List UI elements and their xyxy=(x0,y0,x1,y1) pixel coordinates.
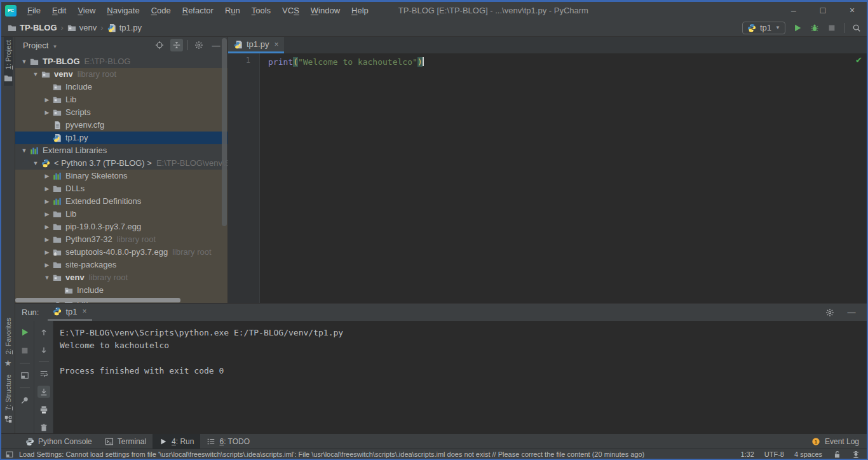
tree-row[interactable]: ▶pip-19.0.3-py3.7.egg xyxy=(15,220,227,233)
menu-window[interactable]: Window xyxy=(305,2,346,19)
chevron-right-icon[interactable]: ▶ xyxy=(42,246,52,259)
menu-help[interactable]: Help xyxy=(346,2,374,19)
hide-panel-button[interactable]: — xyxy=(210,39,222,51)
indent-setting[interactable]: 4 spaces xyxy=(794,450,822,458)
rerun-button[interactable] xyxy=(18,326,31,339)
inspections-ok-icon[interactable]: ✔ xyxy=(855,55,862,65)
editor-gutter: 1 xyxy=(228,53,260,303)
maximize-button[interactable]: □ xyxy=(808,2,837,19)
menu-file[interactable]: File xyxy=(22,2,46,19)
run-tab-tp1[interactable]: tp1 × xyxy=(48,304,92,321)
chevron-down-icon[interactable]: ▼ xyxy=(31,68,41,81)
menu-vcs[interactable]: VCS xyxy=(276,2,305,19)
tree-row[interactable]: tp1.py xyxy=(15,132,227,144)
chevron-right-icon[interactable]: ▶ xyxy=(42,182,52,195)
tree-row[interactable]: Include xyxy=(15,81,227,93)
up-stacktrace-button[interactable] xyxy=(37,326,50,338)
restore-layout-button[interactable] xyxy=(18,369,31,382)
stop-button[interactable] xyxy=(827,23,837,33)
menu-code[interactable]: Code xyxy=(146,2,177,19)
tree-row[interactable]: ▶Extended Definitions xyxy=(15,195,227,208)
search-icon[interactable] xyxy=(851,23,862,33)
inspections-profile-icon[interactable] xyxy=(851,450,860,459)
menu-edit[interactable]: Edit xyxy=(46,2,72,19)
locate-file-button[interactable] xyxy=(153,39,166,51)
hide-panel-button[interactable]: — xyxy=(845,306,858,319)
code-area[interactable]: print("Welcome to kachoutelco") xyxy=(260,53,867,303)
toolwindow-button----todo[interactable]: 6: TODO xyxy=(200,434,256,449)
chevron-down-icon[interactable]: ▼ xyxy=(19,144,29,157)
chevron-right-icon[interactable]: ▶ xyxy=(42,208,52,220)
toolwindow-button-project[interactable]: 1: Project xyxy=(4,37,13,86)
tree-row[interactable]: ▶Lib xyxy=(15,208,227,220)
chevron-down-icon[interactable]: ▼ xyxy=(19,55,29,68)
close-icon[interactable]: × xyxy=(83,307,87,316)
toolbar-divider xyxy=(187,40,188,50)
tree-row[interactable]: ▶site-packages xyxy=(15,259,227,271)
menu-refactor[interactable]: Refactor xyxy=(177,2,219,19)
toolwindow-button-terminal[interactable]: Terminal xyxy=(98,434,153,449)
tree-row[interactable]: ▶Lib xyxy=(15,93,227,106)
run-button[interactable] xyxy=(792,23,803,33)
menu-navigate[interactable]: Navigate xyxy=(101,2,145,19)
chevron-right-icon[interactable]: ▶ xyxy=(42,233,52,246)
chevron-right-icon[interactable]: ▶ xyxy=(42,195,52,208)
tree-row[interactable]: Include xyxy=(15,284,227,297)
toolwindow-toggle-icon[interactable] xyxy=(5,450,14,459)
tree-row[interactable]: pyvenv.cfg xyxy=(15,119,227,132)
status-message[interactable]: Load Settings: Cannot load settings from… xyxy=(19,450,733,458)
minimize-button[interactable]: – xyxy=(779,2,808,19)
tree-row[interactable]: ▶Binary Skeletons xyxy=(15,170,227,182)
chevron-right-icon[interactable]: ▶ xyxy=(42,106,52,119)
tree-row[interactable]: ▶Python37-32library root xyxy=(15,233,227,246)
event-log-button[interactable]: 1 Event Log xyxy=(811,434,867,449)
tree-row[interactable]: ▼< Python 3.7 (TP-BLOG) >E:\TP-BLOG\venv… xyxy=(15,157,227,170)
tree-row[interactable]: ▼venvlibrary root xyxy=(15,68,227,81)
run-configuration-select[interactable]: tp1 ▼ xyxy=(742,22,785,34)
breadcrumb-item-venv[interactable]: venv xyxy=(67,23,97,32)
close-icon[interactable]: × xyxy=(274,40,278,49)
tree-row[interactable]: ▼venvlibrary root xyxy=(15,271,227,284)
project-panel-title[interactable]: Project▼ xyxy=(23,41,57,50)
menu-view[interactable]: View xyxy=(72,2,101,19)
down-stacktrace-button[interactable] xyxy=(37,344,50,356)
menu-tools[interactable]: Tools xyxy=(246,2,276,19)
tree-row[interactable]: ▶Scripts xyxy=(15,106,227,119)
tree-row[interactable]: ▶setuptools-40.8.0-py3.7.egglibrary root xyxy=(15,246,227,259)
tree-row[interactable]: ▶DLLs xyxy=(15,182,227,195)
editor-tab-tp1[interactable]: tp1.py × xyxy=(228,37,284,53)
toolwindow-button----run[interactable]: 4: Run xyxy=(153,434,200,449)
chevron-right-icon[interactable]: ▶ xyxy=(42,170,52,182)
caret-position[interactable]: 1:32 xyxy=(740,450,754,458)
debug-button[interactable] xyxy=(810,23,820,33)
clear-console-button[interactable] xyxy=(37,421,50,433)
pin-tab-button[interactable] xyxy=(18,394,31,407)
tree-vertical-scrollbar[interactable] xyxy=(222,38,227,226)
menu-run[interactable]: Run xyxy=(219,2,246,19)
gear-icon[interactable] xyxy=(824,306,836,319)
chevron-down-icon[interactable]: ▼ xyxy=(31,157,41,170)
tree-row[interactable]: ▼TP-BLOGE:\TP-BLOG xyxy=(15,55,227,68)
chevron-down-icon[interactable]: ▼ xyxy=(42,271,52,284)
chevron-right-icon[interactable]: ▶ xyxy=(42,220,52,233)
collapse-all-button[interactable] xyxy=(170,39,183,51)
toolwindow-button-structure[interactable]: 7: Structure xyxy=(4,371,13,427)
gear-icon[interactable] xyxy=(193,39,205,51)
chevron-right-icon[interactable]: ▶ xyxy=(42,93,52,106)
breadcrumb-item-tp-blog[interactable]: TP-BLOG xyxy=(8,23,57,32)
toolwindow-button-favorites[interactable]: 2: Favorites★ xyxy=(4,315,13,371)
file-encoding[interactable]: UTF-8 xyxy=(764,450,784,458)
tree-horizontal-scrollbar[interactable] xyxy=(15,298,180,302)
print-button[interactable] xyxy=(37,403,50,416)
editor-body[interactable]: 1 print("Welcome to kachoutelco") ✔ xyxy=(228,53,867,303)
stop-button[interactable] xyxy=(18,344,31,357)
toolwindow-button-python-console[interactable]: Python Console xyxy=(19,434,98,449)
lock-open-icon[interactable] xyxy=(832,450,841,459)
tree-row[interactable]: ▼External Libraries xyxy=(15,144,227,157)
run-console-output[interactable]: E:\TP-BLOG\venv\Scripts\python.exe E:/TP… xyxy=(53,321,867,433)
chevron-right-icon[interactable]: ▶ xyxy=(42,259,52,271)
scroll-to-end-button[interactable] xyxy=(37,386,50,398)
close-button[interactable]: × xyxy=(837,2,867,19)
soft-wrap-button[interactable] xyxy=(37,368,50,380)
breadcrumb-item-tp1.py[interactable]: tp1.py xyxy=(107,23,142,32)
